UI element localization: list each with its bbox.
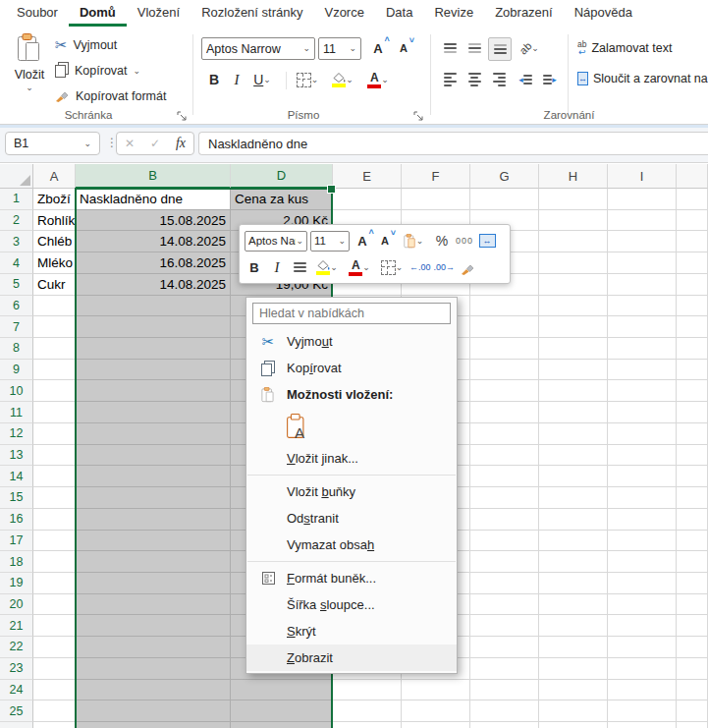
cell-A1[interactable]: Zboží (33, 189, 76, 210)
cell-H20[interactable] (539, 594, 608, 616)
row-header-18[interactable]: 18 (0, 551, 33, 573)
cell-B10[interactable] (76, 380, 231, 402)
mini-bold-button[interactable]: B (245, 256, 264, 278)
cell-D1[interactable]: Cena za kus (231, 189, 333, 210)
font-size-combo[interactable]: 11 ⌄ (318, 37, 361, 60)
cell-F1[interactable] (402, 189, 470, 210)
cell-partial-25[interactable] (677, 700, 708, 722)
cell-partial-18[interactable] (677, 551, 708, 573)
tab-data[interactable]: Data (375, 1, 423, 27)
cell-A17[interactable] (33, 531, 76, 552)
row-header-7[interactable]: 7 (0, 316, 33, 338)
cell-I24[interactable] (608, 680, 677, 701)
cell-G7[interactable] (470, 316, 539, 338)
column-header-D[interactable]: D (231, 164, 333, 189)
cell-partial-7[interactable] (677, 316, 708, 338)
row-header-16[interactable]: 16 (0, 509, 33, 531)
cell-G24[interactable] (470, 680, 539, 701)
cell-B5[interactable]: 14.08.2025 (76, 274, 231, 296)
cell-H5[interactable] (539, 274, 608, 296)
cell-I3[interactable] (608, 231, 677, 252)
cell-A2[interactable]: Rohlík (33, 210, 76, 232)
row-header-2[interactable]: 2 (0, 210, 33, 232)
cell-I5[interactable] (608, 274, 677, 296)
cell-B23[interactable] (76, 658, 231, 680)
cell-A6[interactable] (33, 296, 76, 317)
menu-item-insert-cells[interactable]: Vložit buňky (246, 478, 457, 505)
align-middle-button[interactable] (463, 37, 485, 59)
enter-icon[interactable]: ✓ (150, 137, 160, 150)
increase-font-size-button[interactable]: A˄ (367, 37, 389, 59)
menu-item-paste-options[interactable]: Možnosti vložení: (246, 381, 457, 408)
cell-I13[interactable] (608, 445, 677, 467)
menu-item-unhide[interactable]: Zobrazit (246, 644, 457, 671)
cell-I4[interactable] (608, 252, 677, 274)
menu-item-paste-special[interactable]: Vložit jinak... (246, 445, 457, 472)
cell-D26[interactable] (231, 722, 333, 728)
select-all-corner[interactable] (0, 164, 33, 189)
cell-G10[interactable] (470, 380, 539, 402)
row-header-1[interactable]: 1 (0, 189, 33, 210)
cell-A7[interactable] (33, 316, 76, 338)
cell-B8[interactable] (76, 338, 231, 360)
cell-A3[interactable]: Chléb (33, 231, 76, 252)
cell-I16[interactable] (608, 509, 677, 531)
row-header-26[interactable] (0, 722, 33, 728)
row-header-20[interactable]: 20 (0, 594, 33, 616)
cell-H7[interactable] (539, 316, 608, 338)
cell-A15[interactable] (33, 487, 76, 509)
cell-I19[interactable] (608, 573, 677, 594)
row-header-4[interactable]: 4 (0, 252, 33, 274)
cell-B16[interactable] (76, 509, 231, 531)
cell-G8[interactable] (470, 338, 539, 360)
bold-button[interactable]: B (203, 69, 225, 90)
row-header-25[interactable]: 25 (0, 700, 33, 722)
cell-B18[interactable] (76, 551, 231, 573)
column-header-H[interactable]: H (539, 164, 608, 189)
row-header-3[interactable]: 3 (0, 231, 33, 252)
column-header-I[interactable]: I (608, 164, 677, 189)
cell-A23[interactable] (33, 658, 76, 680)
cell-I23[interactable] (608, 658, 677, 680)
cell-I1[interactable] (608, 189, 677, 210)
cell-I21[interactable] (608, 615, 677, 637)
cell-I11[interactable] (608, 402, 677, 423)
cell-G20[interactable] (470, 594, 539, 616)
italic-button[interactable]: I (226, 69, 247, 90)
cell-A11[interactable] (33, 402, 76, 423)
row-header-21[interactable]: 21 (0, 615, 33, 637)
cell-H9[interactable] (539, 360, 608, 381)
cell-B9[interactable] (76, 360, 231, 381)
mini-paste-options-button[interactable]: ⌄ (398, 230, 429, 252)
cell-I8[interactable] (608, 338, 677, 360)
name-box[interactable]: B1 ⌄ (5, 132, 100, 155)
tab-rozložení-stránky[interactable]: Rozložení stránky (191, 1, 313, 27)
cell-A8[interactable] (33, 338, 76, 360)
row-header-19[interactable]: 19 (0, 573, 33, 594)
cell-H23[interactable] (539, 658, 608, 680)
cell-B25[interactable] (76, 700, 231, 722)
cell-partial-5[interactable] (677, 274, 708, 296)
merge-center-button[interactable]: ↔ Sloučit a zarovnat na s (577, 72, 708, 85)
mini-italic-button[interactable]: I (267, 256, 287, 278)
cell-I7[interactable] (608, 316, 677, 338)
formula-input[interactable]: Naskladněno dne (198, 132, 708, 155)
cell-A19[interactable] (33, 573, 76, 594)
wrap-text-button[interactable]: ab ↩ Zalamovat text (577, 40, 672, 56)
tab-nápověda[interactable]: Nápověda (564, 1, 643, 27)
cell-E1[interactable] (333, 189, 402, 210)
cell-G25[interactable] (470, 700, 539, 722)
mini-merge-center-button[interactable]: ↔ (477, 230, 497, 252)
cell-A18[interactable] (33, 551, 76, 573)
row-header-9[interactable]: 9 (0, 360, 33, 381)
cell-A9[interactable] (33, 360, 76, 381)
cell-A20[interactable] (33, 594, 76, 616)
column-header-E[interactable]: E (333, 164, 402, 189)
mini-font-size-combo[interactable]: 11⌄ (310, 231, 350, 252)
cell-partial-11[interactable] (677, 402, 708, 423)
cell-I25[interactable] (608, 700, 677, 722)
cell-F24[interactable] (402, 680, 470, 701)
cell-H10[interactable] (539, 380, 608, 402)
mini-borders-button[interactable]: ⌄ (377, 256, 407, 278)
row-header-11[interactable]: 11 (0, 402, 33, 423)
